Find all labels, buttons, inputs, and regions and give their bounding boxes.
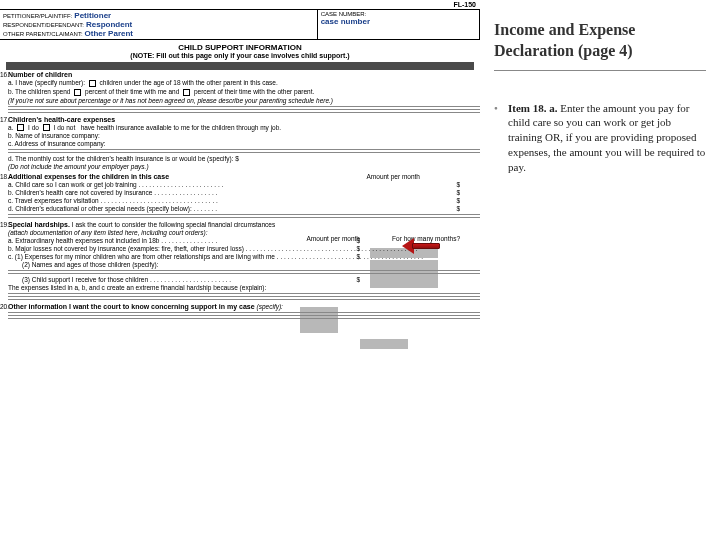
dollar-icon: $ — [356, 237, 360, 244]
pet-value: Petitioner — [74, 11, 111, 20]
instruction-item: • Item 18. a. Enter the amount you pay f… — [494, 101, 706, 175]
form-code: FL-150 — [0, 0, 480, 10]
s16-num: 16. — [0, 71, 9, 78]
resp-label: RESPONDENT/DEFENDANT: — [3, 22, 84, 28]
s18-title: Additional expenses for the children in … — [8, 173, 169, 180]
highlight-box — [360, 339, 408, 349]
s17-a2: have health insurance available to me fo… — [81, 124, 282, 131]
bullet-icon: • — [494, 101, 508, 175]
section-20: 20. Other information I want the court t… — [0, 303, 480, 319]
dollar-icon: $ — [456, 189, 460, 196]
dollar-icon: $ — [356, 253, 360, 260]
s17-title: Children's health-care expenses — [8, 116, 115, 123]
s18-header: Amount per month — [367, 173, 420, 180]
s18-a: a. Child care so I can work or get job t… — [8, 181, 223, 188]
other-value: Other Parent — [85, 29, 133, 38]
dollar-icon: $ — [356, 245, 360, 252]
s19-a: a. Extraordinary health expenses not inc… — [8, 237, 217, 244]
section-16: 16. Number of children a. I have (specif… — [0, 71, 480, 113]
s19-h1: Amount per month — [307, 235, 360, 242]
dollar-icon: $ — [356, 276, 360, 283]
s17-donot: I do not — [54, 124, 76, 131]
s16-title: Number of children — [8, 71, 72, 78]
other-label: OTHER PARENT/CLAIMANT: — [3, 31, 83, 37]
s19-c3: (3) Child support I receive for those ch… — [22, 276, 231, 283]
checkbox-do[interactable] — [17, 124, 24, 131]
form-title: CHILD SUPPORT INFORMATION — [0, 43, 480, 52]
s19-num: 19. — [0, 221, 9, 228]
dollar-icon: $ — [456, 197, 460, 204]
s19-title: Special hardships. — [8, 221, 70, 228]
section-17: 17. Children's health-care expenses a. I… — [0, 116, 480, 171]
s20-title: Other information I want the court to kn… — [8, 303, 255, 310]
s16-a2: children under the age of 18 with the ot… — [100, 79, 278, 86]
s17-a: a. — [8, 124, 13, 131]
case-value: case number — [321, 17, 476, 26]
section-18: 18. Additional expenses for the children… — [0, 173, 480, 218]
s19-c1: c. (1) Expenses for my minor children wh… — [8, 253, 423, 260]
s18-num: 18. — [0, 173, 9, 180]
s17-dnote: (Do not include the amount your employer… — [8, 163, 480, 170]
s18-d: d. Children's educational or other speci… — [8, 205, 217, 212]
s17-b: b. Name of insurance company: — [8, 132, 480, 139]
s19-explain: The expenses listed in a, b, and c creat… — [8, 284, 480, 291]
blank-box[interactable] — [89, 80, 96, 87]
case-header: PETITIONER/PLAINTIFF: Petitioner RESPOND… — [0, 10, 480, 40]
s17-do: I do — [28, 124, 39, 131]
s16-b: b. The children spend — [8, 88, 70, 95]
s17-d: d. The monthly cost for the children's h… — [8, 155, 480, 162]
s16-bnote: (If you're not sure about percentage or … — [8, 97, 480, 104]
s16-b3: percent of their time with the other par… — [194, 88, 314, 95]
s16-b2: percent of their time with me and — [85, 88, 179, 95]
dollar-icon: $ — [456, 205, 460, 212]
item-label: Item 18. a. — [508, 102, 558, 114]
dollar-icon: $ — [456, 181, 460, 188]
checkbox-donot[interactable] — [43, 124, 50, 131]
blank-box[interactable] — [74, 89, 81, 96]
section-19: 19. Special hardships. I ask the court t… — [0, 221, 480, 300]
blank-box[interactable] — [183, 89, 190, 96]
s18-b: b. Children's health care not covered by… — [8, 189, 217, 196]
form-note: (NOTE: Fill out this page only if your c… — [0, 52, 480, 59]
s20-lead: (specify): — [257, 303, 283, 310]
s20-num: 20. — [0, 303, 9, 310]
form-page: FL-150 PETITIONER/PLAINTIFF: Petitioner … — [0, 0, 480, 540]
pet-label: PETITIONER/PLAINTIFF: — [3, 13, 72, 19]
resp-value: Respondent — [86, 20, 132, 29]
s16-a: a. I have (specify number): — [8, 79, 85, 86]
s17-num: 17. — [0, 116, 9, 123]
s19-c2: (2) Names and ages of those children (sp… — [8, 261, 480, 268]
s17-c: c. Address of insurance company: — [8, 140, 480, 147]
s18-c: c. Travel expenses for visitation . . . … — [8, 197, 218, 204]
panel-title: Income and Expense Declaration (page 4) — [494, 20, 706, 71]
s19-lead: I ask the court to consider the followin… — [72, 221, 275, 228]
explanation-panel: Income and Expense Declaration (page 4) … — [480, 0, 720, 540]
